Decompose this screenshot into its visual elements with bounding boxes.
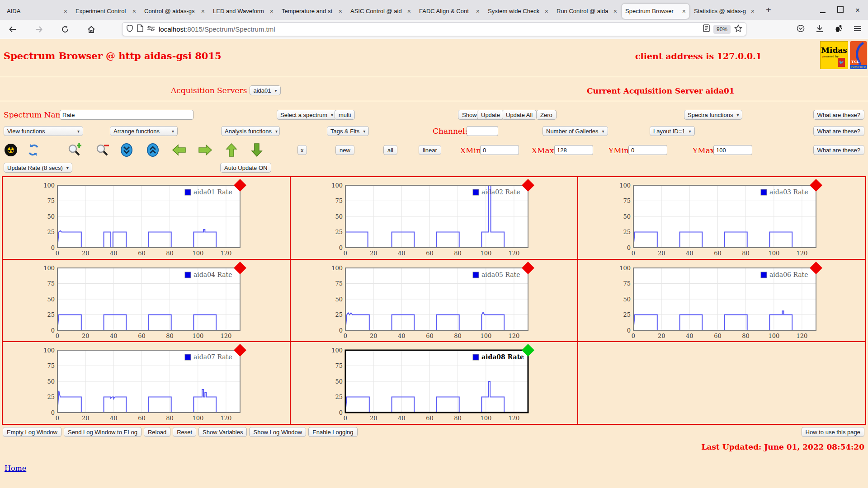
auto-update-button[interactable]: Auto Update ON: [220, 163, 271, 173]
tab-statistics-aidas-g[interactable]: Statistics @ aidas-g×: [690, 4, 758, 19]
minimize-icon[interactable]: [820, 7, 826, 13]
spectrum-cell-aida02[interactable]: 0255075100020406080100120aida02 Rate: [290, 177, 578, 259]
close-icon[interactable]: ×: [855, 6, 860, 14]
tab-spectrum-browser[interactable]: Spectrum Browser×: [622, 4, 689, 19]
view-functions-dropdown[interactable]: View functions▾: [4, 126, 83, 136]
multi-button[interactable]: multi: [335, 110, 355, 120]
tab-control-aidas-gs[interactable]: Control @ aidas-gs×: [141, 4, 208, 19]
spectrum-cell-aida05[interactable]: 0255075100020406080100120aida05 Rate: [290, 259, 578, 342]
spectrum-cell-aida07[interactable]: 0255075100020406080100120aida07 Rate: [2, 342, 290, 424]
spectrum-cell-aida01[interactable]: 0255075100020406080100120aida01 Rate: [2, 177, 290, 259]
xmax-input[interactable]: [554, 145, 593, 155]
maximize-icon[interactable]: [837, 6, 844, 14]
select-spectrum-dropdown[interactable]: Select a spectrum▾: [277, 110, 337, 120]
ymin-input[interactable]: [628, 145, 667, 155]
tab-close-icon[interactable]: ×: [270, 8, 274, 15]
show-log-window-button[interactable]: Show Log Window: [249, 427, 306, 437]
tab-close-icon[interactable]: ×: [682, 8, 686, 15]
update-button[interactable]: Update: [477, 110, 504, 120]
number-of-galleries-dropdown[interactable]: Number of Galleries▾: [542, 126, 608, 136]
linear-button[interactable]: linear: [419, 145, 441, 155]
forward-icon[interactable]: [32, 22, 46, 37]
ymax-input[interactable]: [713, 145, 752, 155]
acquisition-server-select[interactable]: aida01▾: [250, 85, 280, 95]
tab-close-icon[interactable]: ×: [476, 8, 480, 15]
x-button[interactable]: x: [297, 145, 307, 155]
url-bar[interactable]: localhost:8015/Spectrum/Spectrum.tml 90%: [122, 22, 746, 36]
new-tab-button[interactable]: +: [763, 5, 774, 15]
zoom-out-icon[interactable]: [95, 142, 109, 158]
spectra-functions-dropdown[interactable]: Spectra functions▾: [684, 110, 742, 120]
reload-icon[interactable]: [58, 22, 72, 37]
tab-system-wide-check[interactable]: System wide Check×: [484, 4, 552, 19]
svg-text:100: 100: [193, 415, 204, 422]
zero-button[interactable]: Zero: [536, 110, 557, 120]
tab-close-icon[interactable]: ×: [339, 8, 342, 15]
tab-experiment-control[interactable]: Experiment Control×: [72, 4, 140, 19]
permissions-icon[interactable]: [147, 25, 155, 33]
page-info-icon[interactable]: [137, 24, 143, 34]
scroll-up-icon[interactable]: [146, 142, 160, 158]
back-icon[interactable]: [5, 22, 20, 37]
new-button[interactable]: new: [335, 145, 354, 155]
tags-fits-dropdown[interactable]: Tags & Fits▾: [327, 126, 369, 136]
spectrum-cell-aida08[interactable]: 0255075100020406080100120aida08 Rate: [290, 342, 578, 424]
url-text[interactable]: localhost:8015/Spectrum/Spectrum.tml: [159, 25, 703, 33]
all-button[interactable]: all: [383, 145, 397, 155]
svg-text:0: 0: [56, 333, 59, 339]
reset-button[interactable]: Reset: [173, 427, 196, 437]
channel-input[interactable]: [467, 126, 498, 136]
xmin-input[interactable]: [480, 145, 519, 155]
gnome-extension-icon[interactable]: [835, 24, 843, 34]
what-are-these-button-3[interactable]: What are these?: [813, 145, 864, 155]
show-variables-button[interactable]: Show Variables: [198, 427, 247, 437]
tab-aida[interactable]: AIDA×: [3, 4, 71, 19]
arrow-left-icon[interactable]: [172, 142, 186, 158]
empty-log-window-button[interactable]: Empty Log Window: [3, 427, 61, 437]
send-log-window-to-elog-button[interactable]: Send Log Window to ELog: [64, 427, 142, 437]
home-icon[interactable]: [84, 22, 99, 37]
what-are-these-button-2[interactable]: What are these?: [813, 126, 864, 136]
tab-fadc-align-cont[interactable]: FADC Align & Cont×: [415, 4, 483, 19]
tab-temperature-and-st[interactable]: Temperature and st×: [278, 4, 346, 19]
spectrum-cell-aida06[interactable]: 0255075100020406080100120aida06 Rate: [578, 259, 866, 342]
how-to-use-button[interactable]: How to use this page: [802, 427, 864, 437]
download-icon[interactable]: [816, 24, 824, 34]
arrow-right-icon[interactable]: [198, 142, 212, 158]
home-link[interactable]: Home: [5, 464, 26, 473]
arrow-down-icon[interactable]: [250, 142, 264, 158]
scroll-down-icon[interactable]: [119, 142, 134, 158]
zoom-in-icon[interactable]: [67, 142, 81, 158]
layout-id-dropdown[interactable]: Layout ID=1▾: [650, 126, 695, 136]
spectrum-name-input[interactable]: [60, 110, 193, 120]
analysis-functions-dropdown[interactable]: Analysis functions▾: [221, 126, 280, 136]
tab-close-icon[interactable]: ×: [545, 8, 548, 15]
tab-close-icon[interactable]: ×: [751, 8, 755, 15]
reload-button[interactable]: Reload: [144, 427, 170, 437]
update-all-button[interactable]: Update All: [502, 110, 537, 120]
menu-hamburger-icon[interactable]: [854, 25, 862, 33]
radiation-icon[interactable]: ☢: [4, 142, 18, 158]
tab-close-icon[interactable]: ×: [132, 8, 136, 15]
enable-logging-button[interactable]: Enable Logging: [308, 427, 357, 437]
tab-close-icon[interactable]: ×: [64, 8, 67, 15]
arrange-functions-dropdown[interactable]: Arrange functions▾: [110, 126, 178, 136]
tab-close-icon[interactable]: ×: [201, 8, 205, 15]
update-rate-dropdown[interactable]: Update Rate (8 secs)▾: [4, 163, 72, 173]
pocket-icon[interactable]: [797, 24, 805, 34]
svg-text:120: 120: [508, 250, 519, 257]
what-are-these-button-1[interactable]: What are these?: [813, 110, 864, 120]
spectrum-cell-aida04[interactable]: 0255075100020406080100120aida04 Rate: [2, 259, 290, 342]
zoom-level-badge[interactable]: 90%: [713, 25, 731, 34]
spectrum-cell-aida03[interactable]: 0255075100020406080100120aida03 Rate: [578, 177, 866, 259]
tab-close-icon[interactable]: ×: [407, 8, 411, 15]
arrow-up-icon[interactable]: [224, 142, 239, 158]
reader-mode-icon[interactable]: [703, 24, 710, 34]
shield-icon[interactable]: [126, 24, 133, 34]
tab-run-control-aida[interactable]: Run Control @ aida×: [553, 4, 621, 19]
refresh-icon[interactable]: [26, 142, 41, 158]
tab-asic-control-aid[interactable]: ASIC Control @ aid×: [347, 4, 415, 19]
bookmark-star-icon[interactable]: [734, 24, 742, 34]
tab-led-and-waveform[interactable]: LED and Waveform×: [209, 4, 277, 19]
tab-close-icon[interactable]: ×: [613, 8, 617, 15]
